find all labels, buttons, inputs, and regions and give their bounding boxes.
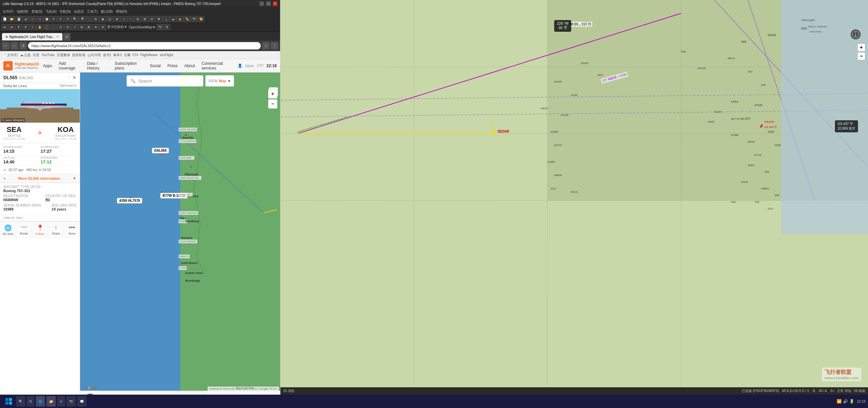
star-button[interactable]: ☆ <box>67 75 71 80</box>
nav-apps[interactable]: Apps <box>42 63 54 69</box>
nav-subscription[interactable]: Subscription plans <box>114 60 145 71</box>
map-view-toggle[interactable]: VIEW Map ▼ <box>205 75 234 87</box>
bookmark-poison[interactable]: 毒草3 <box>113 53 122 57</box>
fs-menu-map[interactable]: 地图(M) <box>16 9 30 15</box>
bookmark-flightaware[interactable]: FlightAware <box>140 53 158 57</box>
bookmark-simflight[interactable]: simFlight <box>160 53 173 57</box>
fs-tool-nav3[interactable]: ◈ <box>114 16 120 22</box>
taskbar-browser[interactable]: 🌐 <box>36 396 45 407</box>
fs-tool-waypoint[interactable]: ◇ <box>121 16 127 22</box>
bookmark-f24[interactable]: F24 <box>132 53 138 57</box>
bookmark-cloud[interactable]: ☁ 云盘 <box>20 53 31 57</box>
fs-tool-t7[interactable]: ★ <box>92 24 99 30</box>
fs-tool-vor[interactable]: ⊞ <box>134 16 141 22</box>
fs-tool-t8[interactable]: ⊛ <box>99 24 106 30</box>
fs-tool-range[interactable]: ◯ <box>43 24 50 30</box>
action-share[interactable]: ↑ Share <box>48 222 64 238</box>
action-more[interactable]: ••• More <box>64 222 80 238</box>
map-search-input[interactable]: 🔍 Search <box>126 75 203 87</box>
fs-tool-airspace[interactable]: △ <box>163 16 169 22</box>
fs-tool-center[interactable]: ⊕ <box>92 16 99 22</box>
back-button[interactable]: ← <box>2 42 9 50</box>
fs-tool-t1[interactable]: ⬚ <box>51 24 57 30</box>
fs-tool-t3[interactable]: ⊟ <box>64 24 71 30</box>
fs-menu-window[interactable]: 窗口(W) <box>99 9 114 15</box>
fs-tool-fix[interactable]: ✚ <box>156 16 162 22</box>
start-button[interactable] <box>3 396 15 407</box>
fs-zoom-in[interactable]: + <box>857 43 865 52</box>
action-route[interactable]: 〰 Route <box>16 222 32 238</box>
bookmark-youtube[interactable]: YouTube <box>41 53 54 57</box>
bookmark-douban[interactable]: 豆瓣 <box>124 53 130 57</box>
nav-social[interactable]: Social <box>149 63 162 69</box>
bookmark-translate[interactable]: 百度翻译 <box>57 53 70 57</box>
fs-tool-2[interactable]: ⬅ <box>1 24 8 30</box>
fs-zoom-out[interactable]: − <box>857 52 865 60</box>
fs-tool-zoom-box[interactable]: ⬚ <box>86 16 92 22</box>
fs-tool-zoom-out[interactable]: 🔎 <box>79 16 85 22</box>
new-tab-button[interactable]: + <box>63 33 70 40</box>
maximize-button[interactable]: □ <box>266 1 271 6</box>
taskbar-app1[interactable]: ✈ <box>57 396 65 407</box>
fs-tool-t6[interactable]: ⊠ <box>86 24 92 30</box>
user-badge[interactable]: Silver <box>245 64 254 68</box>
minimize-button[interactable]: − <box>259 1 264 6</box>
nav-press[interactable]: Press <box>166 63 179 69</box>
bookmark-file[interactable]: 📄 文件(F) <box>2 53 18 57</box>
fs-tool-new[interactable]: 📄 <box>1 16 8 22</box>
fs-tool-settings[interactable]: ⚙ <box>163 24 170 30</box>
fs-tool-cursor[interactable]: ↖ <box>29 24 36 30</box>
reload-button[interactable]: ↺ <box>19 42 27 50</box>
dal565-label[interactable]: DAL565 <box>152 148 169 153</box>
fs-tool-4[interactable]: ⬆ <box>16 24 22 30</box>
fs-tool-ai[interactable]: ♟ <box>177 16 183 22</box>
more-button[interactable]: ⋮ <box>271 42 278 50</box>
fs-tool-online[interactable]: ☁ <box>169 16 176 22</box>
fs-tool-aircraft1[interactable]: ✈ <box>51 16 57 22</box>
bookmark-button[interactable]: ☆ <box>262 42 270 50</box>
taskbar-search[interactable]: 🔍 <box>16 396 25 407</box>
fs-tool-theme[interactable]: 🎨 <box>198 16 204 22</box>
address-bar[interactable]: https://www.flightradar24.com/DAL565/2d4… <box>28 42 261 50</box>
action-3dview[interactable]: 🌐 3D view <box>0 222 16 238</box>
fs-tool-3[interactable]: ➡ <box>8 24 15 30</box>
nav-data-history[interactable]: Data / History <box>86 60 109 71</box>
more-info-button[interactable]: ✈ More DL565 information ▼ <box>0 174 80 183</box>
fs-tool-ils[interactable]: ⊟ <box>149 16 155 22</box>
nav-commercial[interactable]: Commercial services <box>200 60 235 71</box>
fs-tool-measure[interactable]: 📏 <box>184 16 190 22</box>
taskbar-app3[interactable]: 💬 <box>77 396 87 407</box>
zoom-out-button[interactable]: − <box>268 99 277 109</box>
fs-tool-t2[interactable]: ⊡ <box>57 24 64 30</box>
taskbar-taskview[interactable]: ⧉ <box>27 396 34 407</box>
fs-compass[interactable]: N <box>850 29 861 39</box>
terms-of-use[interactable]: Terms of Use <box>236 386 253 389</box>
fs-tool-open[interactable]: 📂 <box>8 16 15 22</box>
zoom-in-button[interactable]: + <box>268 89 277 98</box>
fs-tool-undo[interactable]: ↩ <box>29 16 36 22</box>
close-button[interactable]: ✕ <box>273 1 277 6</box>
fs-menu-file[interactable]: 文件(F) <box>1 9 15 15</box>
action-follow[interactable]: 📍 Follow <box>32 222 48 238</box>
fs-menu-tools[interactable]: 工具(T) <box>86 9 99 15</box>
fs-tool-capture[interactable]: 📷 <box>157 24 163 30</box>
fs-tool-redo[interactable]: ↪ <box>36 16 43 22</box>
fr24-logo[interactable]: flightradar24 LIVE AIR TRAFFIC <box>3 61 39 70</box>
fs-tool-aircraft2[interactable]: ✈ <box>57 16 64 22</box>
fs-tool-print[interactable]: 🖨 <box>22 16 29 22</box>
fs-menu-help[interactable]: 帮助(H) <box>115 9 128 15</box>
bookmark-stock[interactable]: 股票影视 <box>72 53 86 57</box>
fs-tool-ndb[interactable]: ⊠ <box>142 16 148 22</box>
fs-menu-nav[interactable]: 导航(N) <box>58 9 72 15</box>
fs-tool-nav1[interactable]: ◉ <box>99 16 106 22</box>
bookmark-read[interactable]: 读书1 <box>103 53 112 57</box>
fs-menu-info[interactable]: 信息(I) <box>72 9 85 15</box>
fs-tool-aircraft3[interactable]: ✈ <box>64 16 71 22</box>
fs-tool-t4[interactable]: ≡ <box>71 24 78 30</box>
fs-tool-zoom-in[interactable]: 🔍 <box>71 16 78 22</box>
fs-tool-drag[interactable]: ✋ <box>36 24 43 30</box>
a359-icon[interactable]: ✈ <box>129 196 132 199</box>
nav-add-coverage[interactable]: Add coverage <box>57 60 82 71</box>
fs-tool-save[interactable]: 💾 <box>16 16 22 22</box>
taskbar-app2[interactable]: 📷 <box>66 396 76 407</box>
